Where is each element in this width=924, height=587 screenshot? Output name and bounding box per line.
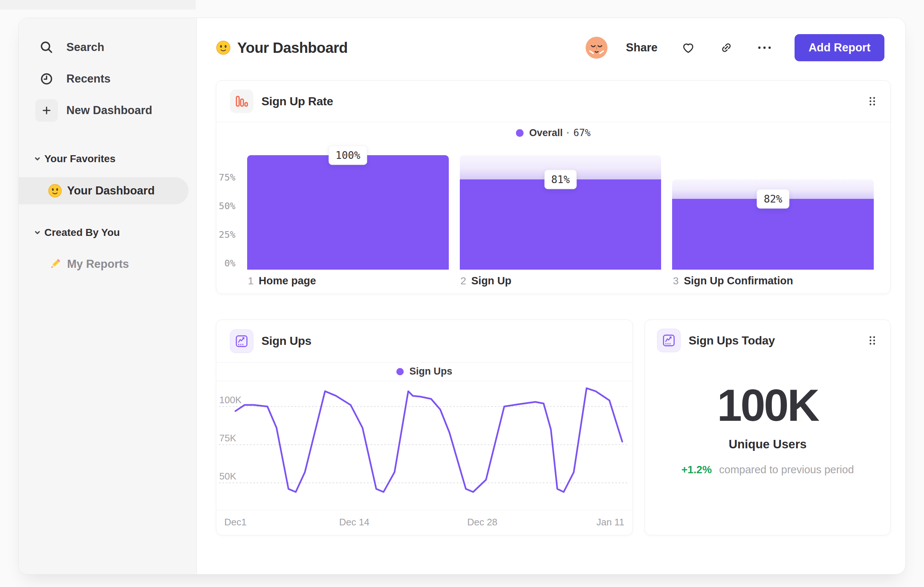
funnel-y-tick: 75%: [219, 172, 235, 183]
sign-up-rate-card: Sign Up Rate Overall · 67% 75%50%25%0% 1…: [216, 80, 891, 294]
sidebar-item-new-dashboard[interactable]: New Dashboard: [19, 95, 196, 126]
card-title: Sign Up Rate: [261, 95, 333, 108]
line-x-axis: Dec1Dec 14Dec 28Jan 11: [216, 517, 632, 529]
step-index: 1: [248, 275, 254, 287]
legend-label: Sign Ups: [409, 366, 452, 377]
clock-icon: [35, 68, 58, 90]
legend-value: 67%: [573, 127, 591, 138]
line-plot: 100K75K50K: [216, 382, 633, 510]
link-icon[interactable]: [719, 40, 734, 55]
line-legend[interactable]: Sign Ups: [216, 362, 632, 381]
sidebar-section-created-by-you[interactable]: Created By You: [19, 225, 196, 240]
stat-value: 100K: [645, 383, 890, 428]
search-icon: [35, 36, 58, 59]
sidebar-item-my-reports[interactable]: My Reports: [19, 254, 188, 274]
conversion-badge: 82%: [757, 189, 789, 208]
sign-ups-today-card: Sign Ups Today 100K Unique Users +1.2% c…: [645, 319, 891, 535]
stat-metric-label: Unique Users: [645, 437, 890, 451]
chevron-down-icon: [32, 227, 43, 238]
sidebar-section-title: Your Favorites: [45, 153, 116, 165]
funnel-step-bar[interactable]: 81%2Sign Up: [460, 155, 662, 270]
funnel-bars: 100%1Home page81%2Sign Up82%3Sign Up Con…: [247, 155, 874, 270]
stat-delta: +1.2%: [681, 464, 712, 475]
share-button[interactable]: Share: [626, 41, 657, 54]
app-window: Search Recents New Dashboard Your Favori…: [18, 18, 906, 575]
funnel-step-label: 2Sign Up: [460, 275, 512, 287]
funnel-y-axis: 75%50%25%0%: [216, 155, 244, 270]
sidebar-section-your-favorites[interactable]: Your Favorites: [19, 152, 196, 166]
chevron-down-icon: [32, 153, 43, 164]
legend-dot-icon: [396, 368, 404, 375]
sidebar-item-label: Your Dashboard: [67, 184, 155, 197]
stat-delta-note: compared to previous period: [719, 464, 854, 475]
conversion-badge: 100%: [328, 146, 367, 165]
line-x-tick: Dec 28: [467, 517, 497, 528]
card-header: Sign Ups Today: [645, 320, 890, 361]
sidebar-section-title: Created By You: [45, 227, 120, 238]
smiley-emoji: [216, 40, 231, 55]
page-title: Your Dashboard: [237, 40, 348, 56]
divider: [216, 381, 632, 381]
line-y-tick: 100K: [219, 394, 242, 405]
card-title: Sign Ups Today: [689, 334, 775, 347]
divider: [216, 510, 632, 510]
sign-ups-line-chart: 100K75K50K: [216, 382, 633, 510]
sidebar-item-label: My Reports: [67, 258, 129, 271]
line-y-tick: 50K: [219, 471, 236, 482]
funnel-bar-fill: [247, 155, 449, 270]
legend-dot-icon: [516, 129, 524, 137]
add-report-button[interactable]: Add Report: [795, 34, 884, 61]
line-chart-icon: [657, 329, 681, 352]
line-y-tick: 75K: [219, 433, 236, 443]
sidebar: Search Recents New Dashboard Your Favori…: [19, 18, 197, 574]
avatar[interactable]: [586, 37, 607, 59]
drag-handle-icon[interactable]: [868, 335, 877, 346]
funnel-bar-fill: [460, 179, 662, 270]
step-name: Sign Up Confirmation: [684, 275, 793, 287]
line-x-tick: Jan 11: [596, 517, 624, 528]
card-title: Sign Ups: [261, 334, 311, 348]
funnel-y-tick: 0%: [224, 258, 235, 269]
background-window-edge: [0, 0, 196, 10]
card-header: Sign Up Rate: [216, 81, 890, 122]
sign-ups-card: Sign Ups Sign Ups 100K75K50K Dec1Dec 14D…: [216, 319, 633, 535]
funnel-step-bar[interactable]: 100%1Home page: [247, 155, 449, 270]
legend-label: Overall: [529, 127, 563, 139]
line-x-tick: Dec 14: [339, 517, 369, 528]
divider: [216, 122, 890, 122]
sidebar-item-label: New Dashboard: [66, 104, 152, 117]
drag-handle-icon[interactable]: [868, 96, 877, 107]
sidebar-item-recents[interactable]: Recents: [19, 63, 196, 95]
conversion-badge: 81%: [544, 169, 577, 189]
funnel-step-label: 3Sign Up Confirmation: [673, 275, 793, 287]
funnel-legend[interactable]: Overall · 67%: [216, 126, 890, 139]
step-index: 2: [460, 275, 466, 287]
stat-delta-row: +1.2% compared to previous period: [645, 464, 890, 476]
step-name: Sign Up: [471, 275, 512, 287]
sidebar-item-your-dashboard[interactable]: Your Dashboard: [19, 177, 188, 204]
sidebar-item-search[interactable]: Search: [19, 31, 196, 63]
step-index: 3: [673, 275, 679, 287]
plus-icon: [35, 99, 58, 122]
sidebar-item-label: Recents: [66, 72, 111, 86]
line-chart-icon: [230, 329, 253, 353]
funnel-y-tick: 50%: [219, 201, 235, 211]
dashboard-header: Your Dashboard Share Add Report: [216, 34, 884, 61]
sign-ups-series-line: [235, 388, 622, 492]
sidebar-item-label: Search: [66, 41, 104, 54]
header-actions: Share Add Report: [586, 34, 884, 61]
funnel-y-tick: 25%: [219, 229, 235, 240]
funnel-plot: 75%50%25%0% 100%1Home page81%2Sign Up82%…: [216, 143, 874, 293]
smiley-emoji: [48, 184, 62, 198]
heart-icon[interactable]: [681, 40, 696, 55]
pencil-emoji: [48, 257, 62, 271]
step-name: Home page: [259, 275, 316, 287]
funnel-bar-fill: [672, 199, 874, 270]
line-x-tick: Dec1: [224, 517, 247, 528]
funnel-step-bar[interactable]: 82%3Sign Up Confirmation: [672, 155, 874, 270]
stat-body: 100K Unique Users +1.2% compared to prev…: [645, 361, 890, 476]
legend-separator: ·: [566, 127, 570, 139]
bar-chart-icon: [230, 89, 253, 113]
ellipsis-icon[interactable]: [757, 40, 772, 55]
card-header: Sign Ups: [216, 320, 632, 362]
